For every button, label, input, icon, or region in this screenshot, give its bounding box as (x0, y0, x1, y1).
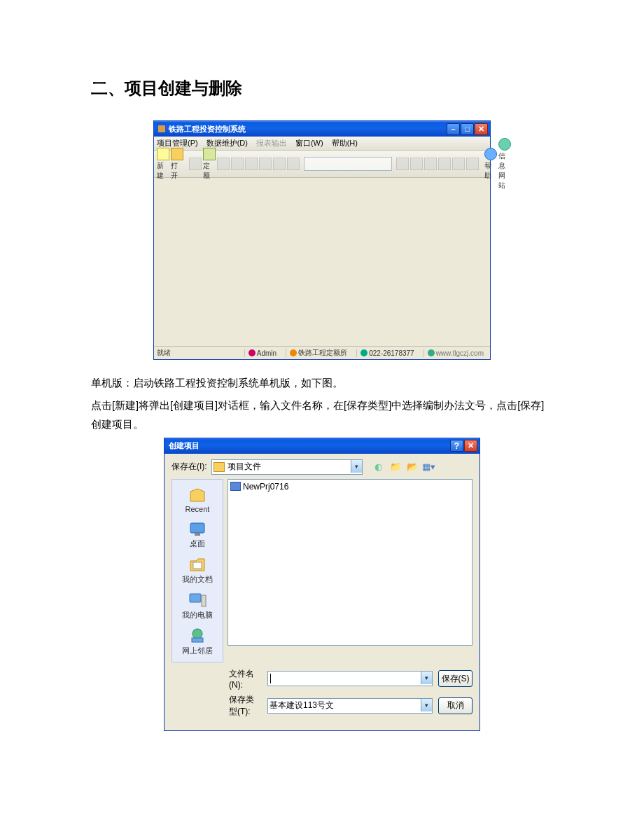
tool-quota[interactable]: 定额 (203, 148, 216, 181)
menu-window[interactable]: 窗口(W) (295, 138, 323, 148)
tool-disabled (245, 158, 258, 171)
svg-rect-0 (190, 523, 204, 533)
statusbar: 就绪 Admin 铁路工程定额所 022-26178377 www.tlgczj… (154, 346, 490, 359)
toolbar: 新建 打开 定额 帮助 信息网站 (154, 151, 490, 178)
network-icon (187, 626, 208, 646)
computer-icon (187, 590, 208, 610)
help-button[interactable]: ? (450, 440, 463, 452)
svg-rect-2 (193, 562, 202, 569)
file-icon (230, 482, 241, 491)
tool-disabled (410, 158, 423, 171)
maximize-button[interactable]: □ (461, 123, 474, 135)
tool-disabled (452, 158, 465, 171)
place-documents[interactable]: 我的文档 (172, 553, 223, 586)
filename-input[interactable]: ▾ (267, 671, 433, 686)
status-phone: 022-26178377 (356, 349, 418, 357)
tool-disabled (396, 158, 409, 171)
tool-disabled (231, 158, 244, 171)
tool-disabled (259, 158, 272, 171)
menu-report: 报表输出 (256, 138, 287, 148)
places-bar: Recent 桌面 我的文档 (172, 479, 223, 662)
titlebar: 铁路工程投资控制系统 – □ ✕ (154, 121, 490, 137)
tool-disabled (273, 158, 286, 171)
svg-rect-3 (190, 594, 201, 602)
file-list[interactable]: NewPrj0716 (227, 479, 472, 646)
toolbar-combo (304, 157, 392, 171)
place-network[interactable]: 网上邻居 (172, 625, 223, 658)
save-in-label: 保存在(I): (172, 461, 207, 473)
paragraph-2: 点击[新建]将弹出[创建项目]对话框，输入文件名称，在[保存类型]中选择编制办法… (91, 396, 553, 435)
create-project-dialog: 创建项目 ? ✕ 保存在(I): 项目文件 ▾ ◐ 📁 (164, 438, 480, 731)
place-desktop[interactable]: 桌面 (172, 517, 223, 550)
svg-rect-6 (192, 638, 203, 642)
app-icon (158, 125, 165, 132)
tool-new[interactable]: 新建 (157, 148, 169, 181)
new-folder-icon[interactable]: 📂 (406, 461, 419, 473)
dropdown-arrow-icon[interactable]: ▾ (351, 460, 362, 473)
filename-label: 文件名(N): (229, 668, 262, 690)
status-ready: 就绪 (157, 348, 171, 358)
status-user: Admin (244, 349, 280, 357)
filetype-combo[interactable]: 基本建设113号文 ▾ (267, 698, 433, 714)
dialog-close-button[interactable]: ✕ (464, 440, 477, 452)
documents-icon (187, 555, 208, 574)
window-title: 铁路工程投资控制系统 (169, 124, 246, 134)
close-button[interactable]: ✕ (475, 123, 488, 135)
cancel-button[interactable]: 取消 (438, 697, 472, 714)
tool-disabled (189, 158, 202, 171)
tool-disabled (438, 158, 451, 171)
svg-rect-1 (195, 533, 200, 536)
save-in-combo[interactable]: 项目文件 ▾ (211, 459, 363, 475)
dropdown-arrow-icon[interactable]: ▾ (421, 699, 432, 711)
place-computer[interactable]: 我的电脑 (172, 589, 223, 622)
filetype-label: 保存类型(T): (229, 694, 262, 718)
tool-disabled (424, 158, 437, 171)
tool-disabled (466, 158, 479, 171)
up-icon[interactable]: 📁 (389, 461, 402, 473)
status-org: 铁路工程定额所 (286, 348, 351, 358)
status-url: www.tlgczj.com (424, 349, 487, 357)
place-recent[interactable]: Recent (172, 484, 223, 515)
tool-website[interactable]: 信息网站 (498, 138, 511, 190)
dropdown-arrow-icon[interactable]: ▾ (421, 672, 432, 684)
tool-open[interactable]: 打开 (171, 148, 183, 181)
minimize-button[interactable]: – (447, 123, 460, 135)
desktop-icon (187, 519, 208, 538)
tool-disabled (217, 158, 230, 171)
folder-icon (214, 462, 225, 472)
svg-rect-4 (202, 595, 206, 606)
svg-point-5 (192, 629, 202, 639)
back-icon[interactable]: ◐ (372, 461, 385, 473)
tool-help[interactable]: 帮助 (484, 148, 497, 181)
dialog-titlebar: 创建项目 ? ✕ (164, 438, 479, 454)
view-menu-icon[interactable]: ▦▾ (423, 461, 435, 473)
save-button[interactable]: 保存(S) (438, 670, 472, 687)
tool-disabled (287, 158, 300, 171)
paragraph-1: 单机版：启动铁路工程投资控制系统单机版，如下图。 (91, 374, 553, 394)
list-item[interactable]: NewPrj0716 (230, 482, 470, 492)
menu-help[interactable]: 帮助(H) (332, 138, 358, 148)
main-app-window: 铁路工程投资控制系统 – □ ✕ 项目管理(P) 数据维护(D) 报表输出 窗口… (153, 120, 491, 360)
recent-icon (187, 485, 208, 505)
dialog-title: 创建项目 (169, 440, 200, 451)
section-heading: 二、项目创建与删除 (91, 77, 553, 99)
workspace (154, 178, 490, 346)
